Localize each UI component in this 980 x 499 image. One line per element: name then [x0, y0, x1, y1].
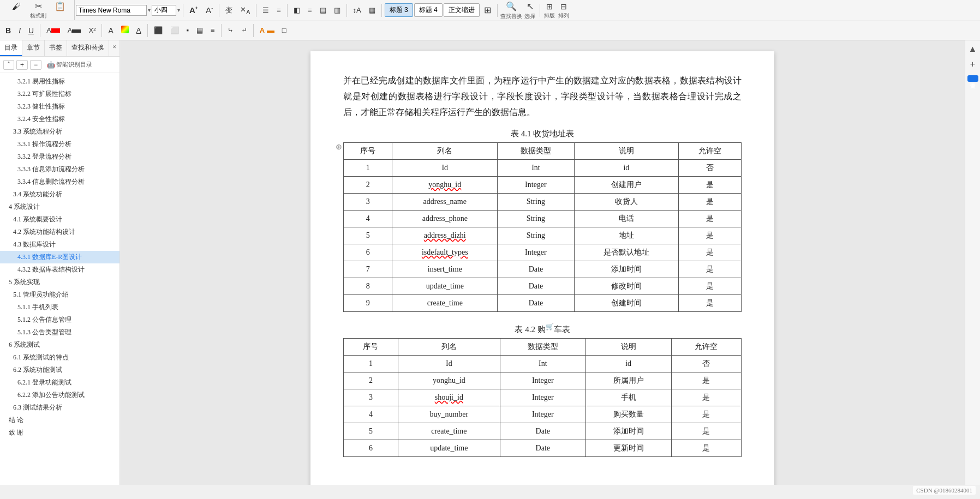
sidebar-item-20[interactable]: 5.1.3 公告类型管理: [0, 326, 119, 339]
sidebar-item-3[interactable]: 3.2.4 安全性指标: [0, 113, 119, 125]
sidebar-item-11[interactable]: 4.1 系统概要设计: [0, 213, 119, 226]
table2-cell: buy_number: [398, 406, 500, 423]
font-size-chevron[interactable]: ▾: [177, 7, 180, 13]
column-button[interactable]: ▦: [366, 5, 379, 15]
bold-button[interactable]: B: [2, 25, 14, 36]
select-button[interactable]: ↖: [523, 0, 537, 13]
sidebar-item-6[interactable]: 3.3.2 登录流程分析: [0, 151, 119, 163]
table2-row: 6update_timeDate更新时间是: [344, 440, 742, 457]
ordered-list-button[interactable]: ≡: [273, 5, 284, 15]
align-center-button[interactable]: ≡: [304, 5, 315, 15]
font-name-chevron[interactable]: ▾: [148, 7, 151, 13]
line-spacing-button[interactable]: ↕A: [350, 5, 364, 15]
format-painter-button[interactable]: 🖌: [7, 1, 26, 12]
heading3-style-button[interactable]: 标题 3: [385, 3, 413, 17]
sidebar-item-2[interactable]: 3.2.3 健壮性指标: [0, 100, 119, 113]
expand-right-button[interactable]: +: [969, 58, 977, 71]
sidebar-item-7[interactable]: 3.3.3 信息添加流程分析: [0, 163, 119, 176]
sidebar-item-1[interactable]: 3.2.2 可扩展性指标: [0, 88, 119, 100]
sidebar-item-15[interactable]: 4.3.2 数据库表结构设计: [0, 263, 119, 276]
arrange-group: ⊟ 排列: [557, 1, 570, 20]
align-left-button[interactable]: ◧: [290, 5, 303, 15]
find-button[interactable]: 🔍: [503, 0, 520, 13]
distribute-button[interactable]: ≡: [207, 25, 218, 35]
underline2-button[interactable]: A: [133, 25, 145, 35]
sort-group: ⊞ 排版: [543, 1, 556, 20]
sidebar: 目录 章节 书签 查找和替换 × ˄ + − 🤖 智能识别目录 3.2.1 易用…: [0, 40, 120, 485]
sidebar-item-18[interactable]: 5.1.1 手机列表: [0, 301, 119, 314]
font-color-button[interactable]: A: [43, 25, 63, 35]
table2-cell: 1: [344, 356, 398, 372]
table2-row: 5create_timeDate添加时间是: [344, 423, 742, 440]
copy-button[interactable]: 📋: [50, 1, 70, 12]
sidebar-item-12[interactable]: 4.2 系统功能结构设计: [0, 226, 119, 238]
paper-review-button[interactable]: 论文查重: [967, 75, 978, 82]
sidebar-item-23[interactable]: 6.2 系统功能测试: [0, 364, 119, 376]
find-replace-group: 🔍 查找替换: [500, 0, 522, 20]
cut-button[interactable]: ✂: [28, 1, 48, 12]
change-case-button[interactable]: 变: [222, 4, 236, 16]
sidebar-item-8[interactable]: 3.3.4 信息删除流程分析: [0, 176, 119, 188]
align-right2-button[interactable]: ▪: [183, 25, 193, 35]
indent-button[interactable]: ⤷: [224, 25, 237, 35]
border-color-button[interactable]: □: [279, 25, 290, 35]
sidebar-item-21[interactable]: 6 系统测试: [0, 339, 119, 351]
align-right-button[interactable]: ▤: [316, 5, 330, 15]
highlight-button[interactable]: A: [64, 25, 85, 35]
sidebar-tab-find[interactable]: 查找和替换: [67, 40, 109, 56]
sidebar-item-24[interactable]: 6.2.1 登录功能测试: [0, 376, 119, 389]
body-style-button[interactable]: 正文缩进: [444, 3, 480, 17]
justify-button[interactable]: ▥: [331, 5, 344, 15]
sidebar-item-17[interactable]: 5.1 管理员功能介绍: [0, 288, 119, 301]
sort-button[interactable]: ⊞: [543, 1, 556, 12]
text-size-a-button[interactable]: A: [105, 25, 116, 36]
arrange-button[interactable]: ⊟: [557, 1, 570, 12]
unordered-list-button[interactable]: ☰: [259, 5, 272, 15]
add-button[interactable]: +: [16, 60, 28, 70]
sidebar-item-28[interactable]: 致 谢: [0, 426, 119, 439]
sidebar-item-13[interactable]: 4.3 数据库设计: [0, 238, 119, 251]
sidebar-item-26[interactable]: 6.3 测试结果分析: [0, 401, 119, 414]
sidebar-item-0[interactable]: 3.2.1 易用性指标: [0, 75, 119, 88]
font-size-input[interactable]: [152, 5, 176, 16]
subscript-button[interactable]: X²: [85, 25, 99, 35]
italic-button[interactable]: I: [15, 25, 24, 36]
clear-format-button[interactable]: ✕A: [237, 4, 253, 16]
sidebar-tab-bookmarks[interactable]: 书签: [45, 40, 67, 56]
sidebar-item-27[interactable]: 结 论: [0, 414, 119, 426]
smart-toc-button[interactable]: 🤖 智能识别目录: [44, 59, 95, 70]
sidebar-item-5[interactable]: 3.3.1 操作流程分析: [0, 138, 119, 151]
style-expand-button[interactable]: ⊞: [481, 4, 494, 16]
text-color2-button[interactable]: A: [256, 25, 278, 35]
collapse-button[interactable]: ˄: [3, 60, 14, 70]
sidebar-item-10[interactable]: 4 系统设计: [0, 201, 119, 213]
shrink-font-button[interactable]: A-: [202, 4, 216, 16]
align-center2-button[interactable]: ⬜: [167, 25, 182, 35]
sidebar-item-25[interactable]: 6.2.2 添加公告功能测试: [0, 389, 119, 401]
align-left2-button[interactable]: ⬛: [151, 25, 166, 35]
font-name-input[interactable]: [76, 5, 147, 16]
sidebar-item-14[interactable]: 4.3.1 数据库E-R图设计: [0, 251, 119, 263]
scroll-up-button[interactable]: ▲: [967, 43, 979, 56]
justify2-button[interactable]: ▤: [193, 25, 206, 35]
table1-cell: Integer: [498, 177, 574, 194]
table1-header: 数据类型: [498, 143, 574, 160]
sidebar-item-9[interactable]: 3.4 系统功能分析: [0, 188, 119, 201]
arrange-label: 排列: [558, 12, 569, 20]
table1-cell: 创建用户: [574, 177, 678, 194]
heading4-style-button[interactable]: 标题 4: [414, 3, 443, 17]
sidebar-item-4[interactable]: 3.3 系统流程分析: [0, 125, 119, 138]
sidebar-tab-chapters[interactable]: 章节: [22, 40, 45, 56]
underline-button[interactable]: U: [25, 25, 37, 36]
outdent-button[interactable]: ⤶: [238, 25, 250, 35]
grow-font-button[interactable]: A+: [186, 4, 201, 16]
sidebar-item-22[interactable]: 6.1 系统测试的特点: [0, 351, 119, 364]
fill-color-button[interactable]: [118, 25, 132, 36]
sidebar-tab-toc[interactable]: 目录: [0, 40, 22, 56]
remove-button[interactable]: −: [30, 60, 41, 70]
sidebar-item-19[interactable]: 5.1.2 公告信息管理: [0, 314, 119, 326]
sidebar-item-16[interactable]: 5 系统实现: [0, 276, 119, 288]
document-area[interactable]: 并在已经完成创建的数据库文件里面，为程序运行中产生的数据建立对应的数据表格，数据…: [120, 40, 965, 485]
sidebar-close-button[interactable]: ×: [109, 40, 119, 56]
table1-move-handle[interactable]: ⊕: [336, 142, 342, 152]
